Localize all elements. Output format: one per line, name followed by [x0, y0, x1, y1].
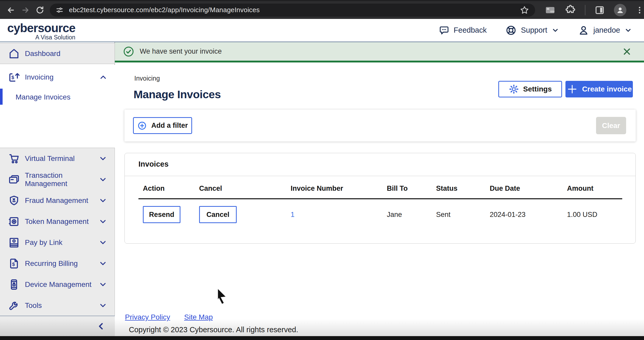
add-filter-label: Add a filter — [151, 122, 188, 130]
logo-wordmark: cybersource — [7, 21, 75, 35]
toolbar-divider — [585, 5, 585, 15]
banner-close-icon[interactable] — [622, 46, 632, 57]
sidebar-item-invoicing[interactable]: $ Invoicing — [0, 65, 115, 87]
breadcrumb: Invoicing — [134, 75, 160, 82]
username-label: janedoe — [593, 26, 620, 34]
main-content: Invoicing Manage Invoices Settings Creat… — [115, 64, 644, 336]
column-header-amount: Amount — [563, 182, 622, 199]
invoices-section-title: Invoices — [138, 160, 622, 168]
chevron-down-icon — [99, 301, 107, 310]
cart-icon — [7, 152, 21, 165]
side-panel-icon[interactable] — [594, 5, 605, 16]
vault-icon — [7, 215, 21, 228]
settings-button[interactable]: Settings — [498, 81, 562, 97]
cybersource-logo: cybersource A Visa Solution — [7, 21, 75, 41]
sidebar-item-transaction-management[interactable]: Transaction Management — [0, 169, 115, 190]
billing-doc-icon: $ — [7, 257, 21, 270]
feedback-button[interactable]: Feedback — [439, 25, 487, 36]
sidebar-item-recurring-billing[interactable]: $ Recurring Billing — [0, 253, 115, 274]
extensions-puzzle-icon[interactable] — [565, 4, 576, 16]
status-cell: Sent — [432, 199, 485, 223]
add-filter-button[interactable]: Add a filter — [133, 117, 192, 134]
svg-text:$: $ — [12, 261, 15, 267]
sidebar-item-fraud-management[interactable]: Fraud Management — [0, 190, 115, 211]
support-lifering-icon — [505, 25, 517, 36]
sidebar-item-device-management[interactable]: Device Management — [0, 274, 115, 295]
shield-icon — [7, 194, 21, 207]
site-map-link[interactable]: Site Map — [184, 313, 213, 321]
clear-label: Clear — [602, 122, 620, 130]
payment-card-icon[interactable] — [544, 4, 556, 16]
forward-arrow-icon — [21, 6, 30, 15]
browser-forward-button[interactable] — [18, 3, 33, 17]
browser-menu-dots-icon[interactable] — [635, 6, 644, 15]
reload-icon — [36, 6, 44, 15]
bill-to-cell: Jane — [382, 199, 432, 223]
column-header-due-date: Due Date — [485, 182, 563, 199]
success-banner: We have sent your invoice — [115, 42, 644, 62]
user-menu[interactable]: janedoe — [578, 25, 632, 36]
sidebar-item-dashboard[interactable]: Dashboard — [0, 43, 115, 64]
resend-button[interactable]: Resend — [143, 206, 180, 223]
url-input[interactable] — [69, 6, 484, 14]
column-header-action: Action — [138, 182, 195, 199]
active-indicator — [0, 89, 3, 105]
wrench-icon — [7, 299, 21, 312]
home-icon — [7, 47, 21, 60]
card-divider — [125, 176, 635, 176]
address-bar[interactable] — [50, 4, 535, 17]
sidebar-item-token-management[interactable]: Token Management — [0, 211, 115, 232]
svg-text:$: $ — [11, 75, 14, 80]
invoices-table: Action Cancel Invoice Number Bill To Sta… — [138, 182, 622, 223]
sidebar-collapse-area — [0, 316, 115, 336]
back-arrow-icon — [6, 6, 15, 15]
invoice-icon: $ — [7, 71, 21, 83]
page-link-icon — [7, 236, 21, 249]
support-label: Support — [521, 26, 547, 34]
chevron-down-icon — [99, 175, 107, 184]
table-row: Resend Cancel 1 Jane Sent 2024-01-23 1.0… — [138, 199, 622, 223]
success-check-icon — [123, 46, 135, 58]
create-invoice-label: Create invoice — [582, 85, 632, 93]
sidebar-item-virtual-terminal[interactable]: Virtual Terminal — [0, 148, 115, 169]
chevron-down-icon — [99, 280, 107, 289]
support-menu[interactable]: Support — [505, 25, 559, 36]
cancel-button[interactable]: Cancel — [199, 206, 237, 223]
table-header-row: Action Cancel Invoice Number Bill To Sta… — [138, 182, 622, 199]
gear-icon — [509, 84, 519, 94]
footer: Privacy Policy Site Map — [125, 313, 213, 321]
browser-back-button[interactable] — [4, 3, 18, 17]
collapse-sidebar-icon[interactable] — [96, 321, 106, 331]
profile-person-icon — [616, 6, 625, 15]
chevron-up-icon — [99, 73, 108, 82]
chevron-down-icon — [99, 154, 107, 163]
sidebar-nav: Dashboard $ Invoicing Manage Invoices Vi… — [0, 42, 115, 340]
create-invoice-button[interactable]: Create invoice — [565, 81, 633, 97]
plus-icon — [566, 83, 578, 95]
settings-label: Settings — [523, 85, 552, 93]
sidebar-item-pay-by-link[interactable]: Pay by Link — [0, 232, 115, 253]
plus-circle-icon — [137, 121, 147, 131]
invoice-number-link[interactable]: 1 — [291, 211, 295, 218]
privacy-policy-link[interactable]: Privacy Policy — [125, 313, 170, 321]
logo-tagline: A Visa Solution — [7, 34, 75, 41]
sidebar-item-tools[interactable]: Tools — [0, 295, 115, 316]
amount-cell: 1.00 USD — [563, 199, 622, 223]
browser-reload-button[interactable] — [33, 3, 47, 17]
chevron-down-icon — [99, 196, 107, 205]
window-bottom-edge — [0, 336, 644, 340]
copyright-text: Copyright © 2023 Cybersource. All rights… — [129, 325, 298, 334]
browser-profile-avatar[interactable] — [614, 4, 626, 16]
bookmark-star-icon[interactable] — [520, 5, 529, 15]
user-person-icon — [578, 25, 589, 36]
column-header-status: Status — [432, 182, 485, 199]
cards-icon — [7, 173, 21, 186]
chevron-down-icon — [624, 26, 632, 34]
sidebar-item-manage-invoices[interactable]: Manage Invoices — [0, 87, 115, 107]
site-settings-icon[interactable] — [55, 6, 64, 14]
clear-filters-button[interactable]: Clear — [596, 117, 626, 134]
column-header-bill-to: Bill To — [382, 182, 432, 199]
banner-message: We have sent your invoice — [140, 47, 222, 55]
chevron-down-icon — [99, 238, 107, 247]
page-title: Manage Invoices — [134, 88, 221, 101]
